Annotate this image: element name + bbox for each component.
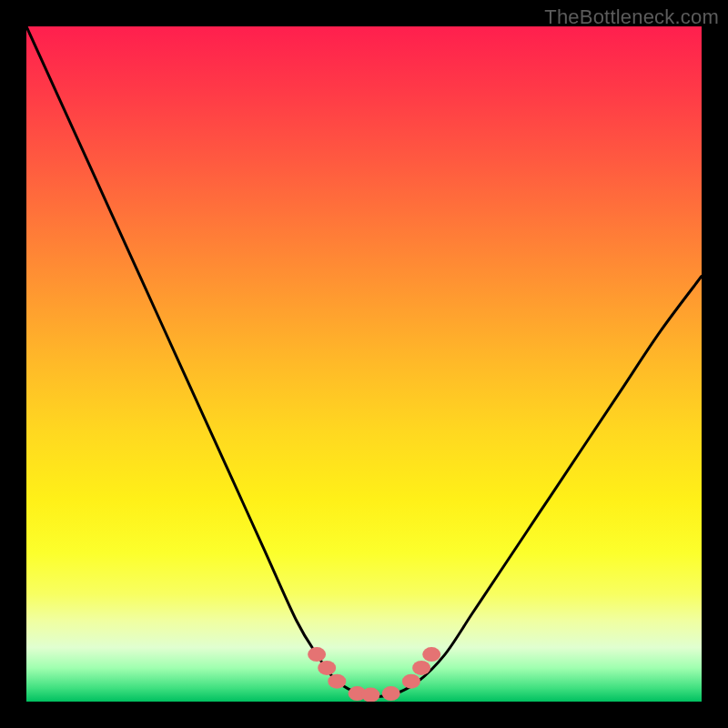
highlight-markers xyxy=(308,647,440,702)
chart-frame: TheBottleneck.com xyxy=(0,0,728,728)
marker-dot xyxy=(402,674,420,689)
marker-dot xyxy=(308,647,326,662)
marker-dot xyxy=(318,661,336,675)
curve-layer xyxy=(26,26,702,702)
bottleneck-curve xyxy=(26,26,702,696)
marker-dot xyxy=(422,647,440,662)
marker-dot xyxy=(382,686,400,701)
marker-dot xyxy=(361,688,379,702)
marker-dot xyxy=(328,674,346,689)
marker-dot xyxy=(349,686,367,701)
plot-area xyxy=(26,26,702,702)
marker-dot xyxy=(412,661,430,675)
